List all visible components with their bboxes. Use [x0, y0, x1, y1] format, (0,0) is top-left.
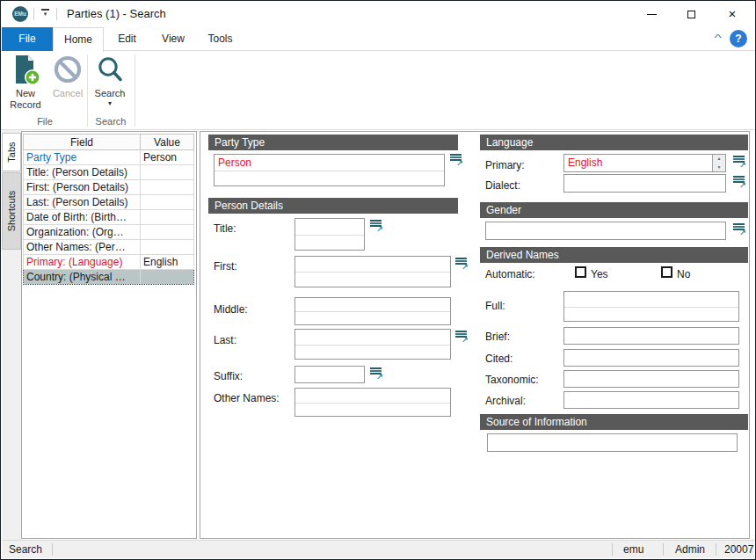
last-input[interactable]	[294, 329, 451, 360]
taxonomic-input[interactable]	[563, 370, 739, 388]
status-separator	[612, 543, 613, 556]
close-button[interactable]: ×	[711, 1, 753, 27]
lookup-list-icon[interactable]: ↗	[369, 367, 383, 381]
criteria-value[interactable]	[141, 210, 194, 225]
cited-input[interactable]	[563, 349, 739, 367]
criteria-value[interactable]	[141, 270, 194, 285]
quick-access-dropdown-icon[interactable]: ▾	[40, 9, 51, 16]
titlebar-separator	[33, 8, 34, 20]
criteria-field[interactable]: Country: (Physical …	[24, 270, 141, 285]
grid-row-divider	[295, 311, 450, 312]
ribbon-collapse-icon[interactable]: ^	[714, 33, 721, 43]
tab-file[interactable]: File	[2, 27, 53, 51]
lookup-list-icon[interactable]: ↗	[732, 156, 746, 169]
criteria-field[interactable]: Primary: (Language)	[24, 255, 141, 270]
criteria-value[interactable]	[141, 165, 194, 180]
status-record-number: 20007	[724, 541, 753, 558]
criteria-field[interactable]: Organization: (Org…	[24, 225, 141, 240]
tab-tools[interactable]: Tools	[196, 27, 244, 51]
close-icon: ×	[729, 1, 737, 27]
title-input[interactable]	[294, 218, 365, 251]
other-names-input[interactable]	[294, 388, 451, 417]
criteria-row[interactable]: Primary: (Language) English	[24, 255, 194, 270]
gender-input[interactable]	[485, 222, 726, 240]
criteria-field[interactable]: First: (Person Details)	[24, 180, 141, 195]
automatic-label: Automatic:	[485, 268, 535, 280]
tab-edit[interactable]: Edit	[104, 27, 150, 51]
criteria-row[interactable]: Last: (Person Details)	[24, 195, 194, 210]
lookup-bars	[733, 223, 745, 225]
criteria-row[interactable]: First: (Person Details)	[24, 180, 194, 195]
criteria-row[interactable]: Other Names: (Per…	[24, 240, 194, 255]
criteria-field[interactable]: Last: (Person Details)	[24, 195, 141, 210]
tab-view[interactable]: View	[150, 27, 196, 51]
maximize-button[interactable]	[672, 1, 711, 27]
minimize-button[interactable]	[632, 1, 672, 27]
lookup-list-icon[interactable]: ↗	[369, 220, 383, 233]
criteria-value[interactable]	[141, 225, 194, 240]
lookup-list-icon[interactable]: ↗	[732, 176, 746, 189]
full-input[interactable]	[563, 291, 739, 322]
criteria-row-selected[interactable]: Country: (Physical …	[24, 270, 194, 285]
help-button[interactable]: ?	[730, 30, 747, 47]
criteria-row[interactable]: Party Type Person	[24, 150, 194, 165]
automatic-no-label: No	[677, 268, 690, 280]
section-source-of-information: Source of Information	[480, 414, 748, 430]
grid-row-divider	[295, 235, 364, 236]
source-input[interactable]	[487, 433, 738, 452]
sidebar-tab-shortcuts[interactable]: Shortcuts	[2, 172, 21, 250]
lookup-bars	[450, 154, 462, 156]
last-label: Last:	[214, 334, 236, 346]
criteria-value[interactable]: Person	[141, 150, 194, 165]
title-label: Title:	[214, 222, 236, 235]
criteria-field[interactable]: Title: (Person Details)	[24, 165, 141, 180]
criteria-value[interactable]	[141, 240, 194, 255]
search-button[interactable]: Search ▾	[89, 55, 131, 118]
emu-app-icon[interactable]: EMu	[12, 6, 28, 22]
criteria-col-value[interactable]: Value	[141, 135, 194, 150]
criteria-field[interactable]: Date of Birth: (Birth…	[24, 210, 141, 225]
primary-input[interactable]: English ▲ ▼	[563, 154, 726, 172]
suffix-label: Suffix:	[214, 370, 243, 382]
section-derived-names: Derived Names	[480, 247, 748, 263]
full-label: Full:	[485, 300, 505, 312]
spin-up-icon[interactable]: ▲	[717, 156, 722, 161]
sidebar-tab-tabs[interactable]: Tabs	[2, 133, 21, 171]
lookup-list-icon[interactable]: ↗	[454, 258, 469, 271]
lookup-list-icon[interactable]: ↗	[454, 331, 469, 344]
search-label: Search	[89, 88, 131, 99]
criteria-row[interactable]: Date of Birth: (Birth…	[24, 210, 194, 225]
automatic-yes-checkbox[interactable]	[575, 266, 586, 278]
spin-down-icon[interactable]: ▼	[717, 165, 722, 170]
section-person-details: Person Details	[208, 198, 458, 214]
criteria-row[interactable]: Organization: (Org…	[24, 225, 194, 240]
criteria-value[interactable]	[141, 180, 194, 195]
middle-input[interactable]	[294, 297, 451, 325]
criteria-row[interactable]: Title: (Person Details)	[24, 165, 194, 180]
lookup-list-icon[interactable]: ↗	[732, 223, 746, 236]
lookup-list-icon[interactable]: ↗	[449, 154, 463, 167]
minimize-icon	[647, 14, 657, 15]
section-language: Language	[480, 135, 748, 150]
criteria-field[interactable]: Party Type	[24, 150, 141, 165]
cited-label: Cited:	[485, 353, 512, 365]
criteria-field[interactable]: Other Names: (Per…	[24, 240, 141, 255]
first-input[interactable]	[294, 256, 451, 287]
new-record-button[interactable]: New Record	[4, 55, 47, 118]
middle-label: Middle:	[214, 303, 248, 316]
dialect-input[interactable]	[563, 174, 726, 193]
search-dropdown-icon[interactable]: ▾	[89, 99, 131, 107]
criteria-value[interactable]	[141, 195, 194, 210]
suffix-input[interactable]	[294, 366, 365, 383]
lookup-arrow: ↗	[462, 262, 469, 271]
archival-input[interactable]	[563, 391, 739, 409]
spinner-control[interactable]: ▲ ▼	[712, 155, 725, 171]
cancel-label: Cancel	[47, 88, 89, 99]
criteria-col-field[interactable]: Field	[24, 135, 141, 150]
automatic-no-checkbox[interactable]	[661, 266, 672, 278]
brief-input[interactable]	[563, 327, 739, 345]
criteria-value[interactable]: English	[141, 255, 194, 270]
primary-value: English	[568, 156, 602, 169]
party-type-input[interactable]: Person	[214, 154, 445, 186]
tab-home[interactable]: Home	[53, 27, 104, 52]
